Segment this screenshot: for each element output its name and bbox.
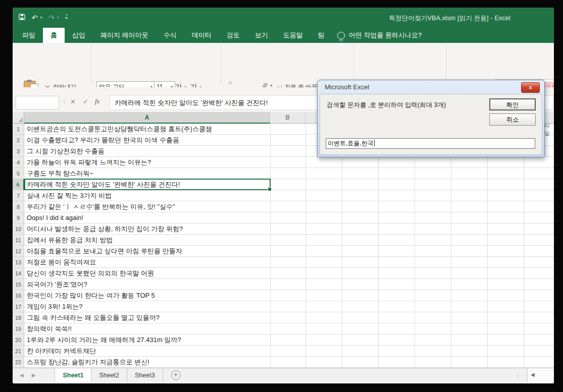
row-header-3[interactable]: 3 bbox=[13, 146, 24, 157]
new-sheet-icon[interactable]: + bbox=[171, 370, 181, 380]
row-header-20[interactable]: 20 bbox=[13, 334, 24, 346]
sheetbar-splitter-icon[interactable]: ⋮ bbox=[516, 372, 521, 377]
ribbon-tab-페이지 레이아웃[interactable]: 페이지 레이아웃 bbox=[93, 28, 156, 43]
horizontal-scrollbar[interactable]: ◀ bbox=[527, 368, 554, 382]
ribbon-tabs: 파일홈삽입페이지 레이아웃수식데이터검토보기도움말팀 bbox=[15, 28, 332, 43]
sheet-next-icon[interactable]: ▶ bbox=[32, 372, 36, 378]
cell-A12[interactable]: 아침을 효율적으로 보내고 싶다면 아침 루틴을 만들자 bbox=[24, 246, 182, 257]
lightbulb-icon bbox=[337, 32, 345, 39]
row-header-4[interactable]: 4 bbox=[13, 157, 24, 168]
cell-A4[interactable]: 가을 하늘이 유독 파랗게 느껴지는 이유는? bbox=[24, 157, 151, 168]
ribbon-tab-홈[interactable]: 홈 bbox=[43, 28, 65, 43]
cell-A13[interactable]: 저절로 몸이 움직여져요 bbox=[24, 257, 96, 268]
scroll-left-icon[interactable]: ◀ bbox=[531, 372, 535, 377]
dialog-prompt: 검색할 문자를 ,로 분리하여 입력(최대 3개) bbox=[327, 101, 446, 109]
cell-A21[interactable]: 칸 아카데미 커넥트재단 bbox=[24, 346, 96, 357]
row-header-16[interactable]: 16 bbox=[13, 290, 24, 301]
row-header-15[interactable]: 15 bbox=[13, 279, 24, 290]
ribbon-tab-row: 파일홈삽입페이지 레이아웃수식데이터검토보기도움말팀 어떤 작업을 원하시나요? bbox=[13, 28, 554, 43]
redo-icon: ↷ bbox=[48, 14, 55, 21]
tell-me-label[interactable]: 어떤 작업을 원하시나요? bbox=[349, 31, 422, 40]
grid-vline bbox=[415, 124, 415, 368]
window-title: 특정단어찾기VBA.xlsm [읽기 전용] - Excel bbox=[389, 14, 510, 23]
cancel-entry-icon[interactable]: ✕ bbox=[70, 98, 76, 105]
row-header-22[interactable]: 22 bbox=[13, 357, 24, 368]
row-header-5[interactable]: 5 bbox=[13, 168, 24, 179]
cell-A9[interactable]: Oops! I did it again! bbox=[24, 212, 83, 223]
formula-bar-splitter-icon[interactable]: ⋮ bbox=[62, 98, 67, 105]
select-all-corner[interactable] bbox=[13, 112, 24, 124]
ribbon-tab-검토[interactable]: 검토 bbox=[219, 28, 247, 43]
cell-A15[interactable]: 외국어가 '원조'였어? bbox=[24, 279, 87, 290]
row-header-8[interactable]: 8 bbox=[13, 201, 24, 212]
cell-A17[interactable]: 게임이 3위! 1위는? bbox=[24, 301, 83, 312]
cell-A7[interactable]: 실내 사진 잘 찍는 3가지 비법 bbox=[24, 190, 112, 201]
sheet-tab-Sheet1[interactable]: Sheet1 bbox=[55, 368, 91, 382]
ribbon-tab-삽입[interactable]: 삽입 bbox=[65, 28, 93, 43]
cell-A20[interactable]: 1루와 2루 사이의 거리는 왜 애매하게 27.431m 일까? bbox=[24, 334, 181, 346]
text-caret bbox=[374, 140, 375, 146]
name-box[interactable] bbox=[16, 96, 59, 109]
align-middle-button[interactable] bbox=[229, 81, 232, 84]
ribbon-tab-보기[interactable]: 보기 bbox=[247, 28, 276, 43]
insert-function-icon[interactable]: fx bbox=[95, 97, 99, 105]
grid-vline bbox=[305, 124, 306, 368]
cell-A5[interactable]: 구름도 무척 탐스러워~ bbox=[24, 168, 93, 179]
ribbon-tab-데이터[interactable]: 데이터 bbox=[184, 28, 219, 43]
undo-dropdown-icon[interactable]: ▾ bbox=[40, 16, 42, 20]
sheet-prev-icon[interactable]: ◀ bbox=[20, 372, 24, 378]
save-icon[interactable] bbox=[19, 14, 25, 21]
tell-me[interactable]: 어떤 작업을 원하시나요? bbox=[337, 28, 422, 43]
cancel-button[interactable]: 취소 bbox=[489, 114, 536, 126]
row-header-6[interactable]: 6 bbox=[13, 179, 24, 190]
dialog-close-icon[interactable]: x bbox=[521, 82, 540, 93]
row-header-14[interactable]: 14 bbox=[13, 268, 24, 279]
sheet-tab-Sheet2[interactable]: Sheet2 bbox=[91, 368, 127, 382]
ribbon-tab-파일[interactable]: 파일 bbox=[15, 28, 43, 43]
dialog-text-input[interactable]: 이벤트,효율,한국 bbox=[326, 138, 535, 149]
row-header-12[interactable]: 12 bbox=[13, 246, 24, 257]
fill-handle[interactable] bbox=[268, 187, 272, 191]
sheet-nav: ◀ ▶ bbox=[13, 368, 42, 382]
customize-qat-icon[interactable]: ▾ bbox=[66, 15, 68, 20]
ribbon-tab-도움말[interactable]: 도움말 bbox=[276, 28, 311, 43]
undo-icon[interactable]: ↶ bbox=[32, 14, 38, 21]
row-header-7[interactable]: 7 bbox=[13, 190, 24, 201]
confirm-entry-icon[interactable]: ✓ bbox=[83, 98, 88, 105]
cell-A1[interactable]: 이벤트곰손의 도전스쿨툰고민상담쨈닥터스쿨잼 홈트(주)스쿨잼 bbox=[24, 124, 212, 135]
row-header-11[interactable]: 11 bbox=[13, 235, 24, 246]
cell-A8[interactable]: 우리가 같은 'ㅣ ㅅㄹ수'를 반복하는 이유, 앗! "실수" bbox=[24, 201, 175, 212]
row-header-18[interactable]: 18 bbox=[13, 312, 24, 323]
cell-A11[interactable]: 집에서 유용한 응급 처치 방법 bbox=[24, 235, 113, 246]
cell-A14[interactable]: 당신이 생각지도 못했던 의외의 한국말 어원 bbox=[24, 268, 154, 279]
cell-A19[interactable]: 창의력이 쑥쑥!! bbox=[24, 323, 72, 334]
cell-A2[interactable]: 이걸 수출했다고? 우리가 몰랐던 한국의 이색 수출품 bbox=[24, 135, 179, 146]
column-header-A[interactable]: A bbox=[24, 112, 270, 124]
ok-button[interactable]: 확인 bbox=[489, 98, 536, 110]
row-header-13[interactable]: 13 bbox=[13, 257, 24, 268]
row-header-21[interactable]: 21 bbox=[13, 346, 24, 357]
cell-A3[interactable]: 그 시절 기상천외한 수출품 bbox=[24, 146, 105, 157]
dialog-title: Microsoft Excel bbox=[325, 83, 369, 91]
cell-A16[interactable]: 한국인이 가장 많이 한다는 여가 활동 TOP 5 bbox=[24, 290, 155, 301]
quick-access-toolbar: ↶▾ ↷▾ ▾ bbox=[19, 14, 68, 21]
cell-A18[interactable]: 그림 속 카스테라는 왜 오들오들 떨고 있을까? bbox=[24, 312, 160, 323]
redo-dropdown-icon: ▾ bbox=[57, 16, 59, 20]
align-bottom-button[interactable] bbox=[233, 81, 236, 84]
row-header-10[interactable]: 10 bbox=[13, 223, 24, 235]
column-header-B[interactable]: B bbox=[270, 112, 305, 124]
dialog-body: 검색할 문자를 ,로 분리하여 입력(최대 3개) 확인 취소 이벤트,효율,한… bbox=[320, 94, 542, 155]
grid-vline bbox=[451, 124, 451, 368]
sheet-tab-bar: ◀ ▶ Sheet1Sheet2Sheet3 + ⋮ ◀ bbox=[13, 368, 554, 382]
row-header-19[interactable]: 19 bbox=[13, 323, 24, 334]
sheet-tab-Sheet3[interactable]: Sheet3 bbox=[127, 368, 163, 382]
ribbon-tab-수식[interactable]: 수식 bbox=[156, 28, 184, 43]
row-header-2[interactable]: 2 bbox=[13, 135, 24, 146]
row-header-1[interactable]: 1 bbox=[13, 124, 24, 135]
cell-A10[interactable]: 어디서나 발생하는 응급 상황, 하지만 집이 가장 위험? bbox=[24, 223, 183, 235]
row-header-9[interactable]: 9 bbox=[13, 212, 24, 223]
row-header-17[interactable]: 17 bbox=[13, 301, 24, 312]
ribbon-tab-팀[interactable]: 팀 bbox=[311, 28, 332, 43]
align-top-button[interactable] bbox=[225, 81, 228, 84]
cell-A22[interactable]: 스프링 장난감, 슬링키가 저금통으로 변신! bbox=[24, 357, 149, 368]
